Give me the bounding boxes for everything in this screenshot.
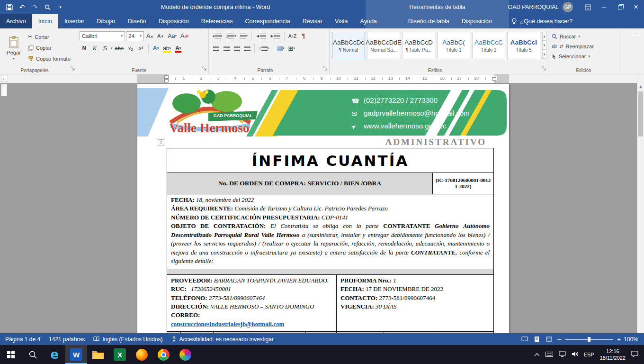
tab-referencias[interactable]: Referencias <box>195 14 239 28</box>
document-page[interactable]: GAD PARROQUIAL Valle Hermoso ☎ (02)27732… <box>137 84 509 333</box>
replace-button[interactable]: ab⇄ Reemplazar <box>550 41 617 51</box>
show-hidden-icons-chevron[interactable] <box>534 352 540 357</box>
redo-icon[interactable]: ↷ <box>28 0 41 14</box>
style-normal-sa[interactable]: AaBbCcDdE Normal Sa... <box>367 32 400 59</box>
cut-button[interactable]: ✂ Cortar <box>26 32 72 42</box>
font-dialog-launcher-icon[interactable] <box>202 65 206 72</box>
shading-button[interactable]: ▾ <box>276 44 286 54</box>
paste-button[interactable]: Pegar ▾ <box>1 30 26 66</box>
start-button[interactable] <box>0 345 22 364</box>
excel-taskbar-icon[interactable]: X <box>109 345 131 364</box>
style-titulo-5[interactable]: AaBbCcI Título 5 <box>507 32 540 59</box>
font-size-select[interactable]: 24▾ <box>126 31 144 41</box>
superscript-button[interactable]: x² <box>136 44 146 54</box>
word-taskbar-icon[interactable]: W <box>65 345 87 364</box>
tab-disposicion-tabla[interactable]: Disposición <box>456 14 498 28</box>
web-layout-icon[interactable] <box>543 333 555 345</box>
taskbar-clock[interactable]: 12:16 18/11/2022 <box>600 348 626 362</box>
change-case-button[interactable]: Aa▾ <box>166 31 178 41</box>
tab-diseno[interactable]: Diseño <box>122 14 152 28</box>
zoom-slider[interactable] <box>565 339 613 340</box>
increase-indent-button[interactable]: ► <box>268 31 282 41</box>
read-mode-icon[interactable] <box>519 333 531 345</box>
tab-vista[interactable]: Vista <box>329 14 354 28</box>
horizontal-ruler[interactable]: ∟ 1 2 3 4 5 6 7 8 9 10 11 12 13 14 15 16… <box>0 74 644 83</box>
chrome-taskbar-icon[interactable] <box>152 345 174 364</box>
tab-disposicion[interactable]: Disposición <box>152 14 195 28</box>
network-icon[interactable] <box>559 351 566 358</box>
print-layout-icon[interactable] <box>531 333 543 345</box>
qat-customize-chevron-icon[interactable]: ▾ <box>54 0 67 14</box>
clear-formatting-button[interactable]: A <box>179 31 190 41</box>
show-marks-button[interactable]: ¶ <box>299 31 308 41</box>
font-color-button[interactable]: A▾ <box>173 44 183 54</box>
colorful-app-taskbar-icon[interactable] <box>174 345 196 364</box>
qat-search-icon[interactable] <box>41 0 54 14</box>
restore-button[interactable] <box>612 0 628 14</box>
styles-dialog-launcher-icon[interactable] <box>542 65 546 72</box>
align-right-button[interactable] <box>232 44 242 54</box>
touch-keyboard-icon[interactable] <box>546 352 553 358</box>
tell-me-box[interactable]: ¿Qué desea hacer? <box>511 14 573 28</box>
style-titulo-1[interactable]: AaBbC( Título 1 <box>437 32 470 59</box>
input-language[interactable]: ESP <box>584 352 594 357</box>
zoom-out-button[interactable]: ─ <box>557 336 562 343</box>
taskbar-search-button[interactable] <box>22 345 44 364</box>
tab-insertar[interactable]: Insertar <box>58 14 90 28</box>
underline-button[interactable]: S <box>100 44 110 54</box>
close-button[interactable]: × <box>628 0 644 14</box>
minimize-button[interactable]: ─ <box>596 0 612 14</box>
account-name[interactable]: GAD PARROQUIAL <box>508 4 559 10</box>
tab-inicio[interactable]: Inicio <box>32 14 58 28</box>
tab-selector[interactable]: ∟ <box>1 75 8 82</box>
tab-archivo[interactable]: Archivo <box>0 14 32 28</box>
align-left-button[interactable] <box>211 44 221 54</box>
comments-icon[interactable] <box>632 31 639 39</box>
style-normal[interactable]: AaBbCcDc ¶ Normal <box>332 32 365 59</box>
align-center-button[interactable] <box>222 44 231 54</box>
table-move-handle-icon[interactable]: + <box>158 139 164 146</box>
zoom-in-button[interactable]: + <box>617 336 621 343</box>
provider-email-link[interactable]: construccionesindustrialesjb@hotmail.com <box>171 320 284 328</box>
save-icon[interactable] <box>3 0 16 14</box>
style-table-pa[interactable]: AaBbCcD ¶ Table Pa... <box>402 32 435 59</box>
styles-scroll-down-icon[interactable]: ▼ <box>542 41 546 50</box>
strikethrough-button[interactable]: abe <box>114 44 125 54</box>
tab-correspondencia[interactable]: Correspondencia <box>239 14 296 28</box>
text-effects-button[interactable]: A▾ <box>151 44 161 54</box>
sort-button[interactable]: A↓Z <box>287 31 298 41</box>
avatar[interactable]: GP <box>563 2 573 12</box>
edge-taskbar-icon[interactable]: e <box>44 345 65 364</box>
undo-icon[interactable]: ↶ <box>16 0 28 14</box>
styles-gallery-more-icon[interactable]: ▼ <box>542 50 546 59</box>
subscript-button[interactable]: x₂ <box>126 44 135 54</box>
firefox-taskbar-icon[interactable] <box>131 345 152 364</box>
scrollbar-thumb[interactable] <box>638 91 643 136</box>
numbering-button[interactable]: 1▾ <box>224 31 238 41</box>
line-spacing-button[interactable]: ↕▾ <box>257 44 270 54</box>
vertical-scrollbar[interactable]: ▲ <box>637 83 644 333</box>
find-button[interactable]: Buscar▾ <box>550 31 617 41</box>
volume-icon[interactable] <box>572 351 578 358</box>
underline-dropdown-icon[interactable]: ▾ <box>111 46 113 50</box>
tab-ayuda[interactable]: Ayuda <box>354 14 383 28</box>
shrink-font-button[interactable]: A▼ <box>156 31 165 41</box>
action-center-icon[interactable] <box>631 351 638 358</box>
paragraph-dialog-launcher-icon[interactable] <box>323 65 327 72</box>
copy-button[interactable]: Copiar <box>26 43 72 53</box>
borders-button[interactable]: ⊞▾ <box>287 44 296 54</box>
styles-scroll-up-icon[interactable]: ▲ <box>542 32 546 41</box>
indent-marker-right[interactable] <box>492 77 496 81</box>
tab-dibujar[interactable]: Dibujar <box>90 14 122 28</box>
file-explorer-taskbar-icon[interactable] <box>87 345 109 364</box>
language-indicator[interactable]: Inglés (Estados Unidos) <box>89 333 167 345</box>
grow-font-button[interactable]: A▲ <box>145 31 155 41</box>
justify-button[interactable] <box>242 44 252 54</box>
font-family-select[interactable]: Calibri▾ <box>80 31 125 41</box>
clipboard-dialog-launcher-icon[interactable] <box>71 65 75 72</box>
bullets-button[interactable]: •▾ <box>211 31 224 41</box>
style-titulo-2[interactable]: AaBbCcC Título 2 <box>472 32 505 59</box>
page-indicator[interactable]: Página 1 de 4 <box>1 333 45 345</box>
ribbon-display-options-icon[interactable] <box>580 0 596 14</box>
word-count[interactable]: 1421 palabras <box>45 333 89 345</box>
